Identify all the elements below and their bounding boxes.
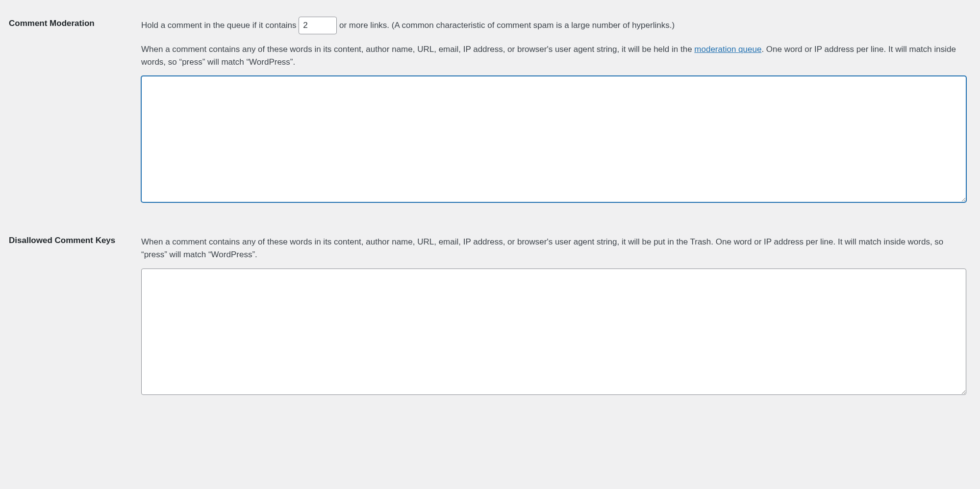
max-links-input[interactable]	[299, 17, 337, 34]
hold-comment-line: Hold a comment in the queue if it contai…	[141, 17, 966, 34]
hold-comment-post: or more links. (A common characteristic …	[339, 21, 675, 30]
moderation-keys-textarea[interactable]	[141, 76, 966, 202]
disallowed-description: When a comment contains any of these wor…	[141, 236, 966, 262]
moderation-desc-pre: When a comment contains any of these wor…	[141, 45, 694, 54]
discussion-settings-table: Comment Moderation Hold a comment in the…	[9, 14, 971, 409]
disallowed-keys-textarea[interactable]	[141, 269, 966, 395]
moderation-queue-link[interactable]: moderation queue	[694, 45, 761, 54]
disallowed-keys-heading: Disallowed Comment Keys	[9, 236, 115, 245]
hold-comment-pre: Hold a comment in the queue if it contai…	[141, 21, 299, 30]
comment-moderation-row: Comment Moderation Hold a comment in the…	[9, 14, 971, 216]
moderation-description: When a comment contains any of these wor…	[141, 43, 966, 69]
disallowed-keys-row: Disallowed Comment Keys When a comment c…	[9, 216, 971, 409]
comment-moderation-heading: Comment Moderation	[9, 19, 95, 28]
